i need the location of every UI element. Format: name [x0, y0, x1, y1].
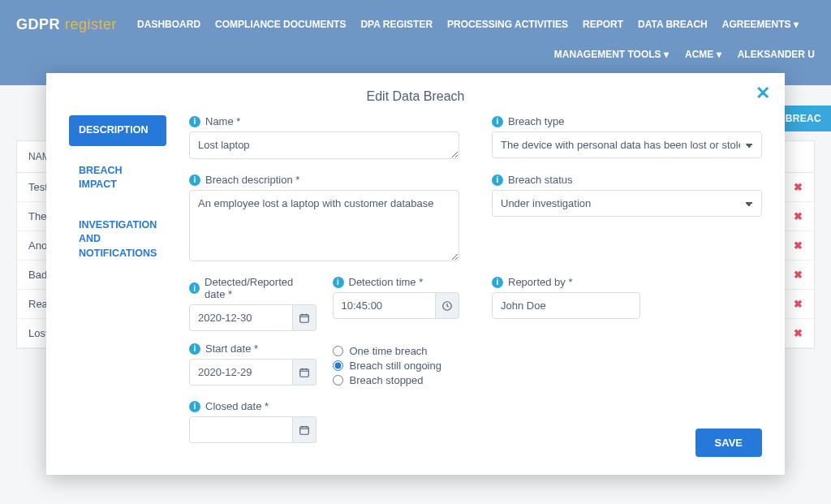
nav-compliance[interactable]: COMPLIANCE DOCUMENTS: [215, 19, 346, 30]
calendar-icon[interactable]: [293, 304, 316, 331]
label-reported-by: Reported by *: [508, 276, 573, 288]
info-icon: i: [492, 116, 503, 127]
svg-rect-3: [299, 426, 308, 433]
reported-by-input[interactable]: [492, 292, 640, 319]
detected-date-input[interactable]: [189, 304, 293, 331]
radio-stopped[interactable]: Breach stopped: [333, 374, 460, 386]
label-detected-date: Detected/Reported date *: [205, 276, 316, 300]
nav-activities[interactable]: PROCESSING ACTIVITIES: [447, 19, 568, 30]
info-icon: i: [189, 116, 200, 127]
info-icon: i: [189, 282, 200, 294]
modal-title: Edit Data Breach: [69, 89, 762, 104]
logo-register: register: [65, 16, 117, 33]
nav-agreements[interactable]: AGREEMENTS ▾: [722, 19, 799, 30]
tab-breach-impact[interactable]: BREACH IMPACT: [69, 156, 166, 200]
closed-date-input[interactable]: [189, 416, 293, 443]
label-breach-type: Breach type: [508, 115, 564, 127]
nav-breach[interactable]: DATA BREACH: [638, 19, 708, 30]
breach-type-select[interactable]: The device with personal data has been l…: [492, 131, 762, 158]
navbar: GDPR register DASHBOARD COMPLIANCE DOCUM…: [0, 0, 831, 49]
info-icon: i: [189, 343, 200, 355]
name-input[interactable]: [189, 131, 459, 159]
form-area: iName * iBreach type The device with per…: [189, 115, 762, 443]
info-icon: i: [492, 277, 503, 288]
nav-user[interactable]: ALEKSANDER U: [738, 49, 815, 60]
radio-ongoing[interactable]: Breach still ongoing: [333, 360, 460, 372]
label-closed-date: Closed date *: [205, 400, 269, 412]
info-icon: i: [189, 401, 200, 412]
save-button[interactable]: SAVE: [695, 429, 762, 457]
logo[interactable]: GDPR register: [16, 16, 117, 33]
nav-report[interactable]: REPORT: [583, 19, 623, 30]
detection-time-input[interactable]: [333, 292, 437, 319]
nav-acme[interactable]: ACME ▾: [685, 49, 721, 60]
edit-breach-modal: Edit Data Breach ✕ DESCRIPTION BREACH IM…: [46, 73, 785, 475]
logo-gdpr: GDPR: [16, 16, 60, 33]
label-name: Name *: [205, 115, 240, 127]
label-start-date: Start date *: [205, 342, 258, 355]
tab-description[interactable]: DESCRIPTION: [69, 115, 166, 146]
clock-icon[interactable]: [436, 292, 459, 319]
modal-overlay: Edit Data Breach ✕ DESCRIPTION BREACH IM…: [0, 73, 831, 504]
breach-description-input[interactable]: [189, 190, 459, 261]
tab-investigation[interactable]: INVESTIGATION AND NOTIFICATIONS: [69, 210, 166, 269]
nav-dpa[interactable]: DPA REGISTER: [360, 19, 433, 30]
nav-dashboard[interactable]: DASHBOARD: [137, 19, 200, 30]
label-breach-description: Breach description *: [205, 174, 299, 186]
nav-items: DASHBOARD COMPLIANCE DOCUMENTS DPA REGIS…: [137, 19, 799, 30]
close-icon[interactable]: ✕: [756, 83, 770, 104]
start-date-input[interactable]: [189, 359, 293, 386]
info-icon: i: [333, 277, 344, 288]
svg-rect-2: [299, 368, 308, 376]
label-breach-status: Breach status: [508, 174, 573, 186]
info-icon: i: [492, 174, 503, 186]
modal-side-tabs: DESCRIPTION BREACH IMPACT INVESTIGATION …: [69, 115, 166, 443]
nav-mgmt-tools[interactable]: MANAGEMENT TOOLS ▾: [554, 49, 669, 60]
info-icon: i: [189, 174, 200, 186]
svg-rect-0: [299, 314, 308, 321]
label-detection-time: Detection time *: [349, 276, 424, 288]
calendar-icon[interactable]: [293, 416, 316, 443]
radio-one-time[interactable]: One time breach: [333, 345, 460, 357]
breach-status-select[interactable]: Under investigation: [492, 190, 762, 217]
calendar-icon[interactable]: [293, 359, 316, 386]
